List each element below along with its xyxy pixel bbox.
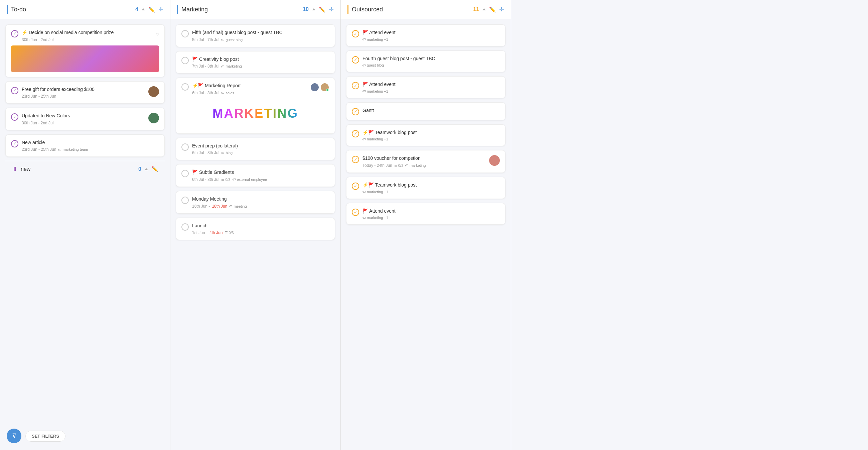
card-date-todo-1: 30th Jun - 2nd Jul	[22, 37, 54, 42]
card-title-marketing-3: ⚡🚩 Marketing Report	[192, 83, 307, 89]
column-outsourced: Outsourced 11 ✏️ ✛ 🚩 Attend event market…	[341, 0, 511, 450]
card-marketing-3[interactable]: ⚡🚩 Marketing Report 6th Jul - 8th Jul sa…	[176, 78, 335, 134]
card-outsourced-6[interactable]: $100 voucher for competion Today - 24th …	[346, 150, 505, 173]
tag-outsourced-5: marketing +1	[363, 137, 388, 141]
column-accent-todo	[7, 5, 8, 14]
card-title-outsourced-1: 🚩 Attend event	[363, 29, 500, 36]
card-todo-1[interactable]: ⚡ Decide on social media competition pri…	[5, 24, 165, 77]
move-todo-icon[interactable]: ✛	[158, 6, 163, 13]
check-todo-3[interactable]	[11, 113, 19, 121]
card-outsourced-2[interactable]: Fourth guest blog post - guest TBC guest…	[346, 51, 505, 72]
card-meta-todo-1: 30th Jun - 2nd Jul	[22, 37, 153, 42]
check-marketing-1[interactable]	[181, 30, 189, 37]
edit-outsourced-icon[interactable]: ✏️	[489, 6, 496, 13]
card-title-outsourced-4: Gantt	[363, 107, 500, 114]
collapse-todo-icon[interactable]	[142, 8, 145, 10]
column-count-marketing: 10	[303, 6, 309, 12]
card-title-marketing-1: Fifth (and final) guest blog post - gues…	[192, 29, 330, 36]
card-marketing-5[interactable]: 🚩 Subtle Gradients 6th Jul - 8th Jul 0/3…	[176, 164, 335, 187]
check-todo-2[interactable]	[11, 87, 19, 94]
tag-marketing-3: sales	[221, 91, 234, 95]
check-todo-4[interactable]	[11, 140, 19, 147]
edit-marketing-icon[interactable]: ✏️	[319, 6, 326, 13]
tag-marketing-5: external-employee	[232, 178, 267, 182]
card-date-marketing-7a: 1st Jun -	[192, 230, 208, 235]
card-todo-2[interactable]: Free gift for orders exceeding $100 23rd…	[5, 81, 165, 104]
card-title-outsourced-3: 🚩 Attend event	[363, 81, 500, 88]
bolt-icon-marketing-3: ⚡	[192, 83, 198, 88]
card-title-marketing-5: 🚩 Subtle Gradients	[192, 169, 330, 176]
card-marketing-4[interactable]: Event prep (collateral) 6th Jul - 8th Ju…	[176, 138, 335, 160]
column-header-outsourced: Outsourced 11 ✏️ ✛	[341, 0, 511, 19]
move-outsourced-icon[interactable]: ✛	[499, 6, 504, 13]
check-marketing-3[interactable]	[181, 83, 189, 91]
check-marketing-4[interactable]	[181, 143, 189, 151]
edit-new-icon[interactable]: ✏️	[151, 166, 158, 172]
check-todo-1[interactable]	[11, 30, 19, 37]
edit-todo-icon[interactable]: ✏️	[148, 6, 155, 13]
card-marketing-6[interactable]: Monday Meeting 16th Jun - 18th Jun meeti…	[176, 191, 335, 214]
card-date-todo-3: 30th Jun - 2nd Jul	[22, 121, 54, 125]
card-title-outsourced-2: Fourth guest blog post - guest TBC	[363, 56, 500, 62]
chevron-down-todo-1[interactable]: ▽	[156, 32, 159, 37]
check-outsourced-3[interactable]	[352, 82, 359, 89]
card-date-marketing-5: 6th Jul - 8th Jul	[192, 177, 219, 182]
check-marketing-7[interactable]	[181, 223, 189, 231]
card-marketing-2[interactable]: 🚩 Creativity blog post 7th Jul - 8th Jul…	[176, 51, 335, 74]
tag-outsourced-3: marketing +1	[363, 89, 388, 93]
tag-outsourced-7: marketing +1	[363, 190, 388, 194]
card-title-outsourced-7: ⚡🚩 Teamwork blog post	[363, 182, 500, 188]
avatar-todo-3	[148, 113, 159, 123]
card-marketing-7[interactable]: Launch 1st Jun - 4th Jun 0/3	[176, 218, 335, 240]
card-marketing-1[interactable]: Fifth (and final) guest blog post - gues…	[176, 24, 335, 47]
check-outsourced-2[interactable]	[352, 56, 359, 63]
card-meta-marketing-5: 6th Jul - 8th Jul 0/3 external-employee	[192, 177, 330, 182]
card-title-todo-2: Free gift for orders exceeding $100	[22, 86, 145, 93]
card-date-marketing-6b: 18th Jun	[212, 204, 227, 209]
tag-outsourced-8: marketing +1	[363, 216, 388, 220]
move-marketing-icon[interactable]: ✛	[329, 6, 334, 13]
card-meta-outsourced-5: marketing +1	[363, 137, 500, 141]
collapse-outsourced-icon[interactable]	[483, 8, 486, 10]
check-marketing-6[interactable]	[181, 197, 189, 204]
card-meta-todo-3: 30th Jun - 2nd Jul	[22, 121, 145, 125]
check-outsourced-1[interactable]	[352, 30, 359, 37]
card-date-marketing-3: 6th Jul - 8th Jul	[192, 91, 219, 95]
card-outsourced-5[interactable]: ⚡🚩 Teamwork blog post marketing +1	[346, 124, 505, 146]
card-meta-marketing-1: 5th Jul - 7th Jul guest blog	[192, 37, 330, 42]
subtask-outsourced-6: 0/3	[394, 163, 403, 168]
set-filters-button[interactable]: SET FILTERS	[25, 430, 65, 442]
column-title-outsourced: Outsourced	[352, 6, 470, 13]
card-title-marketing-4: Event prep (collateral)	[192, 143, 330, 149]
card-todo-3[interactable]: Updated to New Colors 30th Jun - 2nd Jul	[5, 108, 165, 130]
section-new-count: 0	[138, 166, 141, 172]
subtask-marketing-7: 0/3	[224, 231, 234, 235]
card-outsourced-3[interactable]: 🚩 Attend event marketing +1	[346, 76, 505, 98]
check-outsourced-8[interactable]	[352, 209, 359, 216]
card-outsourced-1[interactable]: 🚩 Attend event marketing +1	[346, 24, 505, 47]
column-accent-marketing	[177, 5, 178, 14]
column-body-marketing: Fifth (and final) guest blog post - gues…	[170, 19, 340, 450]
column-todo: To-do 4 ✏️ ✛ ⚡ Decide on social media co…	[0, 0, 170, 450]
check-outsourced-5[interactable]	[352, 130, 359, 138]
card-date-marketing-1: 5th Jul - 7th Jul	[192, 37, 219, 42]
avatar-wrapper-marketing-3a	[310, 83, 319, 92]
card-meta-todo-4: 23rd Jun - 25th Jun marketing team	[22, 147, 159, 152]
check-outsourced-6[interactable]	[352, 156, 359, 163]
collapse-new-icon[interactable]	[145, 168, 148, 170]
card-outsourced-7[interactable]: ⚡🚩 Teamwork blog post marketing +1	[346, 177, 505, 199]
check-outsourced-4[interactable]	[352, 108, 359, 115]
card-title-todo-3: Updated to New Colors	[22, 113, 145, 119]
collapse-marketing-icon[interactable]	[312, 8, 315, 10]
tag-marketing-6: meeting	[229, 204, 247, 208]
check-marketing-2[interactable]	[181, 57, 189, 64]
check-outsourced-7[interactable]	[352, 183, 359, 190]
column-count-outsourced: 11	[473, 6, 479, 12]
tag-marketing-4: blog	[221, 151, 232, 155]
filter-button[interactable]: ⊽	[7, 429, 21, 443]
card-todo-4[interactable]: New article 23rd Jun - 25th Jun marketin…	[5, 134, 165, 157]
check-marketing-5[interactable]	[181, 170, 189, 177]
column-count-todo: 4	[135, 6, 138, 12]
card-outsourced-8[interactable]: 🚩 Attend event marketing +1	[346, 203, 505, 225]
card-outsourced-4[interactable]: Gantt	[346, 102, 505, 120]
